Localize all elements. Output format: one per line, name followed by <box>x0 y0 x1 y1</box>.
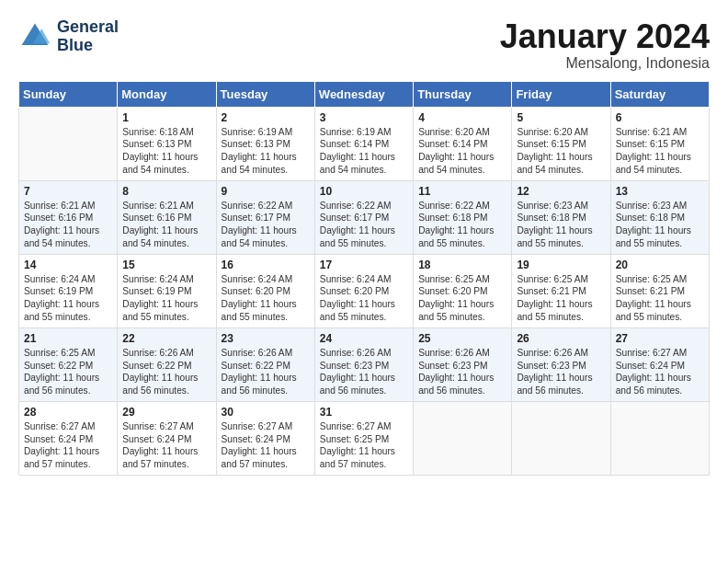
header-day-saturday: Saturday <box>610 81 709 107</box>
day-number: 19 <box>517 259 605 271</box>
cell-details: Sunrise: 6:27 AM Sunset: 6:24 PM Dayligh… <box>616 347 704 397</box>
day-number: 6 <box>616 111 704 124</box>
calendar-cell: 15Sunrise: 6:24 AM Sunset: 6:19 PM Dayli… <box>118 254 216 327</box>
cell-details: Sunrise: 6:27 AM Sunset: 6:25 PM Dayligh… <box>320 420 408 471</box>
calendar-cell <box>19 107 118 180</box>
calendar-cell: 3Sunrise: 6:19 AM Sunset: 6:14 PM Daylig… <box>314 107 413 180</box>
day-number: 28 <box>24 406 112 419</box>
cell-details: Sunrise: 6:25 AM Sunset: 6:20 PM Dayligh… <box>418 273 506 324</box>
day-number: 5 <box>517 111 605 124</box>
cell-details: Sunrise: 6:24 AM Sunset: 6:19 PM Dayligh… <box>122 273 210 324</box>
day-number: 17 <box>320 259 408 271</box>
day-number: 24 <box>320 332 408 345</box>
calendar-cell: 26Sunrise: 6:26 AM Sunset: 6:23 PM Dayli… <box>512 327 610 401</box>
cell-details: Sunrise: 6:21 AM Sunset: 6:16 PM Dayligh… <box>122 200 210 250</box>
calendar-cell: 10Sunrise: 6:22 AM Sunset: 6:17 PM Dayli… <box>314 180 413 254</box>
calendar-cell: 16Sunrise: 6:24 AM Sunset: 6:20 PM Dayli… <box>216 254 314 327</box>
day-number: 14 <box>24 259 112 271</box>
logo: General Blue <box>18 18 119 55</box>
day-number: 1 <box>122 111 210 124</box>
cell-details: Sunrise: 6:25 AM Sunset: 6:21 PM Dayligh… <box>517 273 605 324</box>
calendar-cell: 25Sunrise: 6:26 AM Sunset: 6:23 PM Dayli… <box>414 327 512 401</box>
cell-details: Sunrise: 6:25 AM Sunset: 6:21 PM Dayligh… <box>616 273 704 324</box>
header-day-wednesday: Wednesday <box>314 81 413 107</box>
cell-details: Sunrise: 6:24 AM Sunset: 6:19 PM Dayligh… <box>24 273 112 324</box>
calendar-week-row: 28Sunrise: 6:27 AM Sunset: 6:24 PM Dayli… <box>19 401 710 475</box>
header-day-sunday: Sunday <box>19 81 118 107</box>
cell-details: Sunrise: 6:19 AM Sunset: 6:14 PM Dayligh… <box>320 126 408 177</box>
cell-details: Sunrise: 6:27 AM Sunset: 6:24 PM Dayligh… <box>122 420 210 471</box>
cell-details: Sunrise: 6:24 AM Sunset: 6:20 PM Dayligh… <box>222 273 310 324</box>
calendar-cell: 22Sunrise: 6:26 AM Sunset: 6:22 PM Dayli… <box>118 327 216 401</box>
page-header: General Blue January 2024 Mensalong, Ind… <box>18 18 710 72</box>
day-number: 8 <box>122 185 210 198</box>
calendar-week-row: 7Sunrise: 6:21 AM Sunset: 6:16 PM Daylig… <box>19 180 710 254</box>
calendar-cell: 28Sunrise: 6:27 AM Sunset: 6:24 PM Dayli… <box>19 401 118 475</box>
day-number: 21 <box>24 332 112 345</box>
cell-details: Sunrise: 6:22 AM Sunset: 6:17 PM Dayligh… <box>320 200 408 250</box>
header-day-tuesday: Tuesday <box>216 81 314 107</box>
calendar-cell: 29Sunrise: 6:27 AM Sunset: 6:24 PM Dayli… <box>118 401 216 475</box>
day-number: 20 <box>616 259 704 271</box>
logo-icon <box>18 20 51 53</box>
calendar-cell <box>610 401 709 475</box>
calendar-cell: 12Sunrise: 6:23 AM Sunset: 6:18 PM Dayli… <box>512 180 610 254</box>
calendar-cell: 19Sunrise: 6:25 AM Sunset: 6:21 PM Dayli… <box>512 254 610 327</box>
day-number: 16 <box>222 259 310 271</box>
calendar-cell: 27Sunrise: 6:27 AM Sunset: 6:24 PM Dayli… <box>610 327 709 401</box>
title-area: January 2024 Mensalong, Indonesia <box>500 18 710 72</box>
calendar-table: SundayMondayTuesdayWednesdayThursdayFrid… <box>18 81 710 476</box>
day-number: 11 <box>418 185 506 198</box>
cell-details: Sunrise: 6:26 AM Sunset: 6:22 PM Dayligh… <box>122 347 210 397</box>
calendar-cell: 9Sunrise: 6:22 AM Sunset: 6:17 PM Daylig… <box>216 180 314 254</box>
day-number: 2 <box>222 111 310 124</box>
day-number: 25 <box>418 332 506 345</box>
cell-details: Sunrise: 6:23 AM Sunset: 6:18 PM Dayligh… <box>616 200 704 250</box>
day-number: 31 <box>320 406 408 419</box>
calendar-cell: 18Sunrise: 6:25 AM Sunset: 6:20 PM Dayli… <box>414 254 512 327</box>
cell-details: Sunrise: 6:26 AM Sunset: 6:23 PM Dayligh… <box>320 347 408 397</box>
header-day-thursday: Thursday <box>414 81 512 107</box>
calendar-header-row: SundayMondayTuesdayWednesdayThursdayFrid… <box>19 81 710 107</box>
calendar-week-row: 14Sunrise: 6:24 AM Sunset: 6:19 PM Dayli… <box>19 254 710 327</box>
calendar-cell: 23Sunrise: 6:26 AM Sunset: 6:22 PM Dayli… <box>216 327 314 401</box>
calendar-cell: 30Sunrise: 6:27 AM Sunset: 6:24 PM Dayli… <box>216 401 314 475</box>
cell-details: Sunrise: 6:23 AM Sunset: 6:18 PM Dayligh… <box>517 200 605 250</box>
calendar-cell: 14Sunrise: 6:24 AM Sunset: 6:19 PM Dayli… <box>19 254 118 327</box>
cell-details: Sunrise: 6:18 AM Sunset: 6:13 PM Dayligh… <box>122 126 210 177</box>
cell-details: Sunrise: 6:21 AM Sunset: 6:15 PM Dayligh… <box>616 126 704 177</box>
calendar-cell: 5Sunrise: 6:20 AM Sunset: 6:15 PM Daylig… <box>512 107 610 180</box>
cell-details: Sunrise: 6:24 AM Sunset: 6:20 PM Dayligh… <box>320 273 408 324</box>
day-number: 13 <box>616 185 704 198</box>
calendar-cell: 2Sunrise: 6:19 AM Sunset: 6:13 PM Daylig… <box>216 107 314 180</box>
calendar-cell: 8Sunrise: 6:21 AM Sunset: 6:16 PM Daylig… <box>118 180 216 254</box>
calendar-cell: 1Sunrise: 6:18 AM Sunset: 6:13 PM Daylig… <box>118 107 216 180</box>
calendar-cell: 31Sunrise: 6:27 AM Sunset: 6:25 PM Dayli… <box>314 401 413 475</box>
calendar-cell: 4Sunrise: 6:20 AM Sunset: 6:14 PM Daylig… <box>414 107 512 180</box>
day-number: 10 <box>320 185 408 198</box>
calendar-cell: 11Sunrise: 6:22 AM Sunset: 6:18 PM Dayli… <box>414 180 512 254</box>
cell-details: Sunrise: 6:22 AM Sunset: 6:18 PM Dayligh… <box>418 200 506 250</box>
calendar-week-row: 21Sunrise: 6:25 AM Sunset: 6:22 PM Dayli… <box>19 327 710 401</box>
day-number: 29 <box>122 406 210 419</box>
cell-details: Sunrise: 6:20 AM Sunset: 6:14 PM Dayligh… <box>418 126 506 177</box>
calendar-cell <box>512 401 610 475</box>
logo-text: General Blue <box>57 18 119 55</box>
day-number: 15 <box>122 259 210 271</box>
month-title: January 2024 <box>500 18 710 55</box>
cell-details: Sunrise: 6:20 AM Sunset: 6:15 PM Dayligh… <box>517 126 605 177</box>
cell-details: Sunrise: 6:25 AM Sunset: 6:22 PM Dayligh… <box>24 347 112 397</box>
calendar-cell: 20Sunrise: 6:25 AM Sunset: 6:21 PM Dayli… <box>610 254 709 327</box>
calendar-cell <box>414 401 512 475</box>
cell-details: Sunrise: 6:22 AM Sunset: 6:17 PM Dayligh… <box>222 200 310 250</box>
calendar-cell: 7Sunrise: 6:21 AM Sunset: 6:16 PM Daylig… <box>19 180 118 254</box>
logo-line1: General <box>57 18 119 37</box>
day-number: 12 <box>517 185 605 198</box>
calendar-cell: 24Sunrise: 6:26 AM Sunset: 6:23 PM Dayli… <box>314 327 413 401</box>
day-number: 26 <box>517 332 605 345</box>
cell-details: Sunrise: 6:19 AM Sunset: 6:13 PM Dayligh… <box>222 126 310 177</box>
cell-details: Sunrise: 6:26 AM Sunset: 6:23 PM Dayligh… <box>517 347 605 397</box>
logo-line2: Blue <box>57 37 119 55</box>
day-number: 9 <box>222 185 310 198</box>
calendar-cell: 21Sunrise: 6:25 AM Sunset: 6:22 PM Dayli… <box>19 327 118 401</box>
